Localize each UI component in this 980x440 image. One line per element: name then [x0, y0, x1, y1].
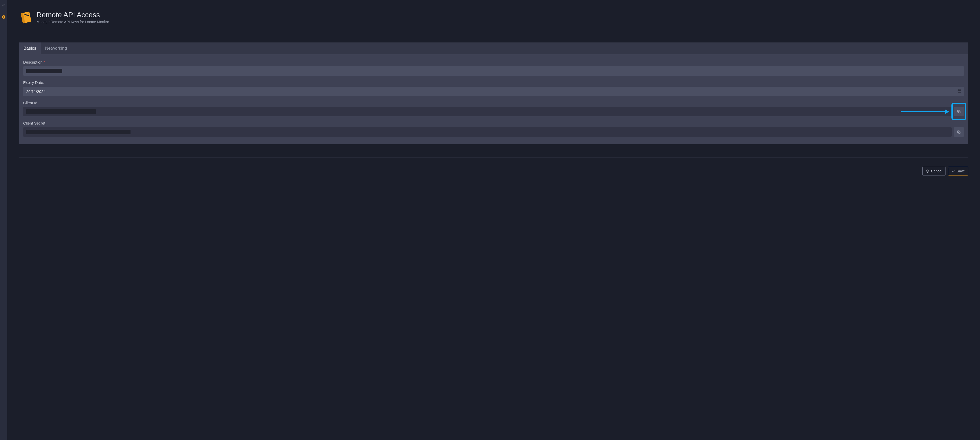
field-client-secret: Client Secret	[23, 121, 964, 137]
field-client-id: Client Id	[23, 101, 964, 116]
add-icon[interactable]	[2, 15, 6, 19]
field-description: Description *	[23, 60, 964, 76]
page-title: Remote API Access	[37, 11, 110, 19]
footer-divider	[19, 157, 968, 157]
save-button[interactable]: Save	[948, 167, 968, 175]
tab-basics[interactable]: Basics	[19, 43, 41, 54]
book-icon	[19, 10, 33, 24]
label-client-id: Client Id	[23, 101, 964, 105]
copy-icon	[957, 110, 961, 114]
required-marker: *	[43, 60, 45, 64]
label-description: Description *	[23, 60, 964, 64]
redacted-value	[26, 110, 96, 114]
cancel-button[interactable]: Cancel	[922, 167, 945, 175]
svg-rect-9	[958, 111, 960, 113]
tab-networking[interactable]: Networking	[41, 43, 71, 54]
client-secret-input[interactable]	[23, 127, 952, 137]
sidebar-rail	[0, 0, 7, 440]
field-expiry: Expiry Date:	[23, 80, 964, 96]
svg-rect-10	[958, 132, 960, 133]
copy-client-secret-button[interactable]	[954, 127, 964, 137]
expand-sidebar-icon[interactable]	[2, 3, 5, 7]
check-icon	[951, 169, 955, 173]
svg-line-12	[927, 170, 929, 172]
label-client-secret: Client Secret	[23, 121, 964, 125]
page-header: Remote API Access Manage Remote API Keys…	[19, 10, 968, 31]
cancel-icon	[926, 169, 929, 173]
expiry-input[interactable]	[23, 87, 964, 96]
redacted-value	[26, 130, 130, 134]
copy-client-id-button[interactable]	[954, 107, 964, 116]
form-card: Basics Networking Description * Expiry D…	[19, 43, 968, 145]
label-expiry: Expiry Date:	[23, 80, 964, 85]
footer-buttons: Cancel Save	[19, 167, 968, 175]
tabs: Basics Networking	[19, 43, 968, 54]
main-content: Remote API Access Manage Remote API Keys…	[7, 0, 980, 440]
client-id-input[interactable]	[23, 107, 952, 116]
form-body: Description * Expiry Date:	[19, 54, 968, 145]
copy-icon	[957, 130, 961, 134]
description-input[interactable]	[23, 67, 964, 76]
page-subtitle: Manage Remote API Keys for Loome Monitor…	[37, 20, 110, 24]
redacted-value	[26, 69, 62, 73]
